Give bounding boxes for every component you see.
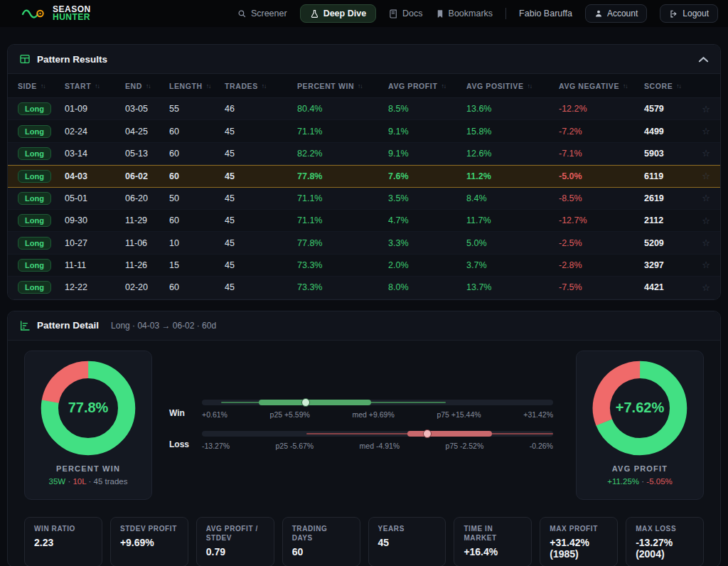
- pattern-detail-subtitle: Long · 04-03 → 06-02 · 60d: [111, 321, 216, 331]
- avg-negative-cell: -8.5%: [559, 193, 644, 203]
- stat-value: +16.4%: [464, 546, 522, 557]
- trades-cell: 45: [225, 260, 297, 270]
- score-cell: 4421: [644, 282, 694, 292]
- favorite-star-icon[interactable]: ☆: [702, 126, 710, 137]
- column-header-avg-positive[interactable]: AVG POSITIVE↑↓: [466, 82, 559, 90]
- table-header-row: SIDE↑↓ START↑↓ END↑↓ LENGTH↑↓ TRADES↑↓ P…: [8, 74, 720, 98]
- table-row[interactable]: Long 04-03 06-02 60 45 77.8% 7.6% 11.2% …: [8, 165, 720, 187]
- end-cell: 05-13: [125, 149, 169, 159]
- stat-card: TIME IN MARKET +16.4%: [454, 517, 532, 566]
- score-cell: 2619: [644, 193, 694, 203]
- avg-negative-cell: -12.2%: [559, 104, 644, 114]
- stat-label: WIN RATIO: [34, 524, 92, 533]
- logout-icon: [669, 9, 678, 18]
- score-cell: 6119: [644, 171, 694, 181]
- loss-range-label: Loss: [169, 439, 202, 450]
- percent-win-cell: 73.3%: [297, 282, 388, 292]
- favorite-star-icon[interactable]: ☆: [702, 193, 710, 203]
- loss-range-track: [202, 431, 553, 437]
- favorite-star-icon[interactable]: ☆: [702, 215, 710, 226]
- pattern-results-title: Pattern Results: [37, 54, 107, 65]
- table-row[interactable]: Long 03-14 05-13 60 45 82.2% 9.1% 12.6% …: [8, 143, 720, 165]
- table-row[interactable]: Long 11-11 11-26 15 45 73.3% 2.0% 3.7% -…: [8, 255, 720, 277]
- trades-cell: 45: [225, 282, 297, 292]
- stat-card: MAX LOSS -13.27% (2004): [626, 517, 704, 566]
- end-cell: 06-02: [125, 171, 169, 181]
- bar-chart-icon: [19, 320, 31, 331]
- win-loss-ranges: Win +0.61% p25 +5.59% med +9.69% p75 +15…: [169, 351, 559, 500]
- logout-button[interactable]: Logout: [660, 4, 718, 23]
- avg-profit-donut-card: +7.62% AVG PROFIT +11.25% · -5.05%: [576, 351, 704, 500]
- favorite-star-icon[interactable]: ☆: [702, 260, 710, 270]
- stat-card: WIN RATIO 2.23: [24, 517, 102, 566]
- nav-bookmarks[interactable]: Bookmarks: [436, 9, 493, 18]
- nav-screener[interactable]: Screener: [237, 9, 287, 18]
- stat-value: 60: [292, 546, 350, 557]
- trades-cell: 45: [225, 215, 297, 225]
- side-badge: Long: [18, 102, 51, 115]
- length-cell: 10: [169, 238, 225, 248]
- start-cell: 05-01: [65, 193, 125, 203]
- avg-positive-cell: 3.7%: [466, 260, 559, 270]
- column-header-avg-negative[interactable]: AVG NEGATIVE↑↓: [559, 82, 644, 90]
- avg-profit-cell: 4.7%: [388, 215, 466, 225]
- column-header-length[interactable]: LENGTH↑↓: [169, 82, 225, 90]
- column-header-avg-profit[interactable]: AVG PROFIT↑↓: [388, 82, 466, 90]
- column-header-side[interactable]: SIDE↑↓: [18, 82, 65, 90]
- trades-cell: 45: [225, 171, 297, 181]
- avg-negative-cell: -2.8%: [559, 260, 644, 270]
- column-header-trades[interactable]: TRADES↑↓: [225, 82, 297, 90]
- avg-profit-cell: 8.0%: [388, 282, 466, 292]
- trades-cell: 46: [225, 104, 297, 114]
- win-range-ticks: +0.61% p25 +5.59% med +9.69% p75 +15.44%…: [202, 410, 553, 419]
- table-row[interactable]: Long 09-30 11-29 60 45 71.1% 4.7% 11.7% …: [8, 210, 720, 232]
- avg-profit-cell: 7.6%: [388, 171, 466, 181]
- win-loss-summary: 35W · 10L · 45 trades: [49, 477, 128, 486]
- table-row[interactable]: Long 01-09 03-05 55 46 80.4% 8.5% 13.6% …: [8, 98, 720, 120]
- stat-label: AVG PROFIT / STDEV: [206, 524, 264, 543]
- start-cell: 09-30: [65, 215, 125, 225]
- top-nav: SEASON HUNTER Screener Deep Dive Docs Bo…: [0, 0, 728, 27]
- end-cell: 02-20: [125, 282, 169, 292]
- account-button[interactable]: Account: [585, 4, 647, 23]
- column-header-end[interactable]: END↑↓: [125, 82, 169, 90]
- favorite-star-icon[interactable]: ☆: [702, 171, 710, 181]
- collapse-button[interactable]: [698, 56, 709, 63]
- length-cell: 55: [169, 104, 225, 114]
- results-table-body: Long 01-09 03-05 55 46 80.4% 8.5% 13.6% …: [8, 98, 720, 299]
- side-badge: Long: [18, 125, 51, 138]
- favorite-star-icon[interactable]: ☆: [702, 104, 710, 114]
- avg-negative-cell: -7.2%: [559, 127, 644, 137]
- sort-icon: ↑↓: [262, 82, 267, 90]
- avg-positive-cell: 8.4%: [466, 193, 559, 203]
- nav-deep-dive[interactable]: Deep Dive: [300, 4, 376, 23]
- flask-icon: [310, 9, 319, 18]
- score-cell: 3297: [644, 260, 694, 270]
- column-header-percent-win[interactable]: PERCENT WIN↑↓: [297, 82, 388, 90]
- percent-win-cell: 77.8%: [297, 171, 388, 181]
- percent-win-donut-card: 77.8% PERCENT WIN 35W · 10L · 45 trades: [24, 351, 152, 500]
- favorite-star-icon[interactable]: ☆: [702, 282, 710, 293]
- favorite-star-icon[interactable]: ☆: [702, 237, 710, 248]
- brand-logo[interactable]: SEASON HUNTER: [21, 5, 91, 22]
- table-row[interactable]: Long 02-24 04-25 60 45 71.1% 9.1% 15.8% …: [8, 120, 720, 142]
- nav-docs[interactable]: Docs: [389, 9, 422, 18]
- stat-cards: WIN RATIO 2.23 STDEV PROFIT +9.69% AVG P…: [24, 517, 704, 566]
- table-row[interactable]: Long 05-01 06-20 50 45 71.1% 3.5% 8.4% -…: [8, 188, 720, 210]
- side-badge: Long: [18, 214, 51, 227]
- stat-card: STDEV PROFIT +9.69%: [110, 517, 188, 566]
- column-header-start[interactable]: START↑↓: [65, 82, 125, 90]
- start-cell: 01-09: [65, 104, 125, 114]
- column-header-score[interactable]: SCORE↑↓: [644, 82, 694, 90]
- stat-label: TIME IN MARKET: [464, 524, 522, 543]
- stat-label: MAX PROFIT: [550, 524, 608, 533]
- length-cell: 60: [169, 215, 225, 225]
- start-cell: 02-24: [65, 127, 125, 137]
- table-row[interactable]: Long 10-27 11-06 10 45 77.8% 3.3% 5.0% -…: [8, 232, 720, 254]
- stat-label: YEARS: [378, 524, 437, 533]
- end-cell: 04-25: [125, 127, 169, 137]
- table-row[interactable]: Long 12-22 02-20 60 45 73.3% 8.0% 13.7% …: [8, 277, 720, 299]
- stat-value: -13.27% (2004): [636, 537, 694, 560]
- favorite-star-icon[interactable]: ☆: [702, 148, 710, 159]
- start-cell: 10-27: [65, 238, 125, 248]
